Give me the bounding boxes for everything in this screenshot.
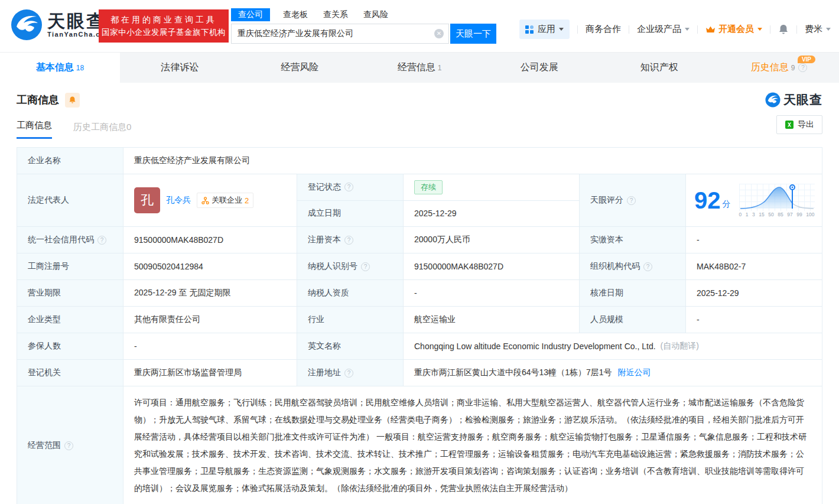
field-label: 纳税人资质 — [297, 280, 404, 306]
search-input[interactable] — [231, 24, 449, 44]
tianyancha-logo-icon — [765, 92, 781, 108]
status-date-subtable: 登记状态 存续 成立日期 2025-12-29 — [297, 174, 580, 226]
company-tab-bar: 基本信息 18 法律诉讼 经营风险 经营信息 1 公司发展 知识产权 VIP 历… — [0, 52, 839, 83]
tab-history-info[interactable]: VIP 历史信息 9 — [719, 53, 839, 83]
field-label: 企业名称 — [17, 148, 123, 174]
table-row: 营业期限 2025-12-29 至 无固定期限 纳税人资质 - 核准日期 202… — [17, 280, 822, 307]
divider — [796, 25, 797, 34]
search-tab-boss[interactable]: 查老板 — [283, 9, 308, 20]
section-title: 工商信息 — [17, 93, 59, 107]
search-tab-company[interactable]: 查公司 — [231, 8, 270, 21]
top-navigation: 应用 商务合作 企业级产品 开通会员 费米 — [519, 19, 831, 39]
tianyancha-logo[interactable]: 天眼查 TianYanCha.com — [11, 9, 112, 41]
chevron-down-icon — [757, 28, 762, 31]
field-label: 行业 — [297, 307, 404, 333]
credit-code-value: 91500000MAK48B027D — [123, 227, 297, 253]
chevron-down-icon — [559, 28, 564, 31]
field-label: 企业类型 — [17, 307, 123, 333]
nav-user-menu[interactable]: 费米 — [805, 24, 831, 35]
taxpayer-quality-value: - — [404, 280, 580, 306]
excel-icon — [785, 120, 794, 129]
score-cell: 92 分 — [686, 174, 822, 226]
tab-legal-litigation[interactable]: 法律诉讼 — [120, 53, 240, 83]
search-tabs: 查公司 查老板 查关系 查风险 — [231, 7, 496, 22]
field-label: 组织机构代码 — [580, 253, 686, 279]
score-chart-ticks: 01 315 5085 9799 100 — [739, 212, 815, 217]
monitor-bell-icon[interactable] — [65, 93, 80, 108]
username: 费米 — [805, 24, 822, 35]
tab-count: 18 — [76, 64, 84, 72]
company-type-value: 其他有限责任公司 — [123, 307, 297, 333]
help-icon[interactable] — [643, 262, 652, 271]
taxpayer-id-value: 91500000MAK48B027D — [404, 253, 580, 279]
paid-capital-value: - — [686, 227, 822, 253]
table-row: 企业名称 重庆低空经济产业发展有限公司 — [17, 148, 822, 174]
status-badge: 存续 — [414, 180, 443, 194]
establish-date-value: 2025-12-29 — [404, 201, 579, 227]
apps-menu[interactable]: 应用 — [519, 19, 570, 39]
nav-enterprise-products[interactable]: 企业级产品 — [637, 24, 690, 35]
tab-basic-info[interactable]: 基本信息 18 — [0, 53, 120, 83]
help-icon[interactable] — [798, 63, 807, 72]
approval-date-value: 2025-12-29 — [686, 280, 822, 306]
chevron-down-icon — [685, 28, 690, 31]
help-icon[interactable] — [361, 262, 370, 271]
legal-rep-link[interactable]: 孔令兵 — [166, 195, 191, 206]
english-name-value: Chongqing Low altitude Economic Industry… — [404, 333, 822, 359]
auto-translate-note: (自动翻译) — [661, 341, 699, 352]
help-icon[interactable] — [344, 369, 353, 378]
field-label: 人员规模 — [580, 307, 686, 333]
legal-rep-cell: 孔 孔令兵 关联企业 2 — [123, 174, 297, 226]
help-icon[interactable] — [344, 183, 353, 191]
company-name-value: 重庆低空经济产业发展有限公司 — [123, 148, 822, 174]
tab-count: 9 — [791, 64, 795, 72]
field-label: 法定代表人 — [17, 174, 123, 226]
field-label: 成立日期 — [297, 201, 404, 227]
help-icon[interactable] — [97, 236, 106, 245]
help-icon[interactable] — [64, 441, 73, 450]
tab-operation-risk[interactable]: 经营风险 — [240, 53, 360, 83]
field-label: 登记状态 — [297, 174, 404, 200]
table-row: 企业类型 其他有限责任公司 行业 航空运输业 人员规模 - — [17, 307, 822, 333]
crown-icon — [705, 25, 716, 34]
help-icon[interactable] — [627, 196, 636, 205]
nearby-companies-link[interactable]: 附近公司 — [618, 368, 651, 378]
help-icon[interactable] — [344, 236, 353, 245]
field-label: 纳税人识别号 — [297, 253, 404, 279]
field-label: 核准日期 — [580, 280, 686, 306]
search-tab-risk[interactable]: 查风险 — [363, 9, 388, 20]
table-row: 工商注册号 500905020412984 纳税人识别号 91500000MAK… — [17, 253, 822, 280]
tab-operation-info[interactable]: 经营信息 1 — [360, 53, 480, 83]
divider — [577, 25, 578, 34]
search-button[interactable]: 天眼一下 — [450, 24, 496, 44]
subtab-business-info[interactable]: 工商信息 — [17, 120, 52, 139]
subtab-history-business-info[interactable]: 历史工商信息0 — [73, 122, 131, 139]
field-label: 统一社会信用代码 — [17, 227, 123, 253]
slogan-line1: 都在用的商业查询工具 — [99, 14, 229, 26]
vip-badge: VIP — [798, 56, 815, 63]
score-value: 92 — [694, 188, 721, 212]
business-info-table: 企业名称 重庆低空经济产业发展有限公司 法定代表人 孔 孔令兵 关联企业 2 — [17, 147, 822, 504]
clear-search-icon[interactable] — [434, 29, 444, 38]
divider — [629, 25, 629, 34]
business-info-section: 工商信息 天眼查 工商信息 历史工商信息0 导出 — [0, 83, 839, 504]
notification-bell-icon[interactable] — [778, 24, 789, 35]
search-tab-relation[interactable]: 查关系 — [323, 9, 348, 20]
staff-size-value: - — [686, 307, 822, 333]
nav-cooperation[interactable]: 商务合作 — [586, 24, 621, 35]
header: 天眼查 TianYanCha.com 都在用的商业查询工具 国家中小企业发展子基… — [0, 0, 839, 52]
tab-company-development[interactable]: 公司发展 — [479, 53, 599, 83]
nav-open-vip[interactable]: 开通会员 — [705, 24, 762, 35]
tab-count: 1 — [438, 64, 442, 72]
avatar[interactable]: 孔 — [134, 187, 160, 213]
export-button[interactable]: 导出 — [776, 115, 822, 134]
reg-authority-value: 重庆两江新区市场监督管理局 — [123, 360, 297, 386]
business-term-value: 2025-12-29 至 无固定期限 — [123, 280, 297, 306]
reg-capital-value: 20000万人民币 — [404, 227, 580, 253]
related-companies-badge[interactable]: 关联企业 2 — [197, 193, 253, 208]
field-label: 天眼评分 — [580, 174, 686, 226]
score-distribution-chart: 01 315 5085 9799 100 — [739, 184, 815, 217]
field-label: 工商注册号 — [17, 253, 123, 279]
divider — [697, 25, 698, 34]
tab-intellectual-property[interactable]: 知识产权 — [599, 53, 719, 83]
